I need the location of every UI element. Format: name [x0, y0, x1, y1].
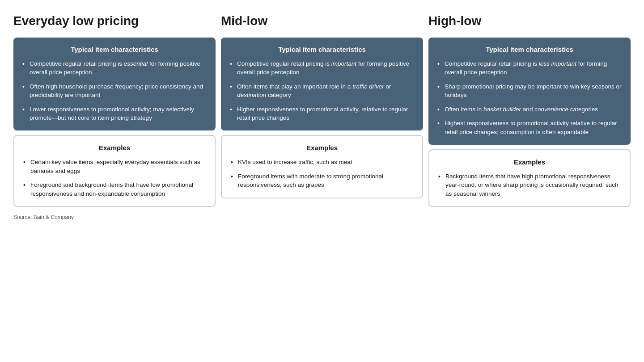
list-item: Often items that play an important role …	[230, 82, 414, 100]
column-mid-low: Mid-low Typical item characteristics Com…	[221, 13, 423, 198]
list-item: Foreground and background items that hav…	[23, 181, 206, 198]
list-item: Competitive regular retail pricing is le…	[437, 59, 622, 77]
column-high-low: High-low Typical item characteristics Co…	[428, 13, 631, 207]
examples-heading-mid-low: Examples	[231, 144, 413, 152]
examples-list-high-low: Background items that have high promotio…	[438, 172, 621, 198]
list-item: KVIs used to increase traffic, such as m…	[231, 158, 413, 167]
list-item: Often items in basket builder and conven…	[437, 105, 622, 114]
characteristics-list-high-low: Competitive regular retail pricing is le…	[437, 59, 622, 137]
column-title-mid-low: Mid-low	[221, 13, 423, 29]
examples-list-mid-low: KVIs used to increase traffic, such as m…	[231, 158, 413, 189]
list-item: Higher responsiveness to promotional act…	[230, 105, 414, 122]
list-item: Lower responsiveness to promotional acti…	[22, 105, 207, 122]
examples-box-high-low: Examples Background items that have high…	[428, 149, 631, 207]
list-item: Competitive regular retail pricing is im…	[230, 59, 414, 77]
characteristics-list-everyday-low: Competitive regular retail pricing is es…	[22, 59, 207, 122]
source-label: Source: Bain & Company	[13, 214, 631, 220]
column-title-high-low: High-low	[428, 13, 631, 29]
examples-list-everyday-low: Certain key value items, especially ever…	[23, 158, 206, 198]
characteristics-box-high-low: Typical item characteristics Competitive…	[428, 38, 631, 145]
columns-wrapper: Everyday low pricing Typical item charac…	[13, 13, 631, 207]
characteristics-list-mid-low: Competitive regular retail pricing is im…	[230, 59, 414, 122]
examples-box-mid-low: Examples KVIs used to increase traffic, …	[221, 135, 423, 198]
characteristics-heading-high-low: Typical item characteristics	[437, 46, 622, 53]
characteristics-heading-mid-low: Typical item characteristics	[230, 46, 414, 53]
list-item: Often high household purchase frequency;…	[22, 82, 207, 100]
list-item: Sharp promotional pricing may be importa…	[437, 82, 622, 100]
column-title-everyday-low: Everyday low pricing	[13, 13, 216, 29]
list-item: Certain key value items, especially ever…	[23, 158, 206, 175]
characteristics-heading-everyday-low: Typical item characteristics	[22, 46, 207, 53]
list-item: Highest responsiveness to promotional ac…	[437, 119, 622, 136]
list-item: Competitive regular retail pricing is es…	[22, 59, 207, 77]
examples-heading-everyday-low: Examples	[23, 144, 206, 152]
list-item: Foreground items with moderate to strong…	[231, 172, 413, 189]
page-container: Everyday low pricing Typical item charac…	[13, 13, 631, 220]
examples-heading-high-low: Examples	[438, 158, 621, 166]
list-item: Background items that have high promotio…	[438, 172, 621, 198]
column-everyday-low: Everyday low pricing Typical item charac…	[13, 13, 216, 207]
characteristics-box-mid-low: Typical item characteristics Competitive…	[221, 38, 423, 130]
examples-box-everyday-low: Examples Certain key value items, especi…	[13, 135, 216, 207]
characteristics-box-everyday-low: Typical item characteristics Competitive…	[13, 38, 216, 130]
